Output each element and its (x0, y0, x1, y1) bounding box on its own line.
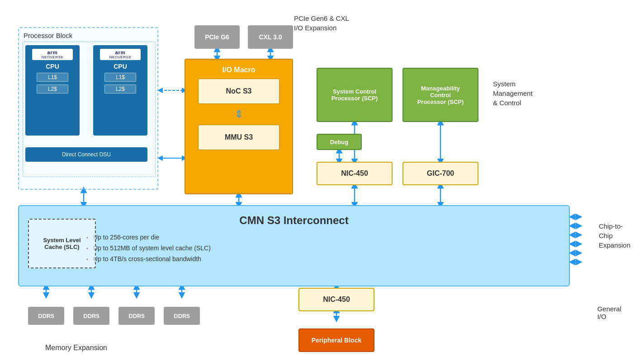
noc-box: NoC S3 (198, 79, 279, 104)
l1-cache-left: L1$ (37, 73, 68, 82)
cmn-title: CMN S3 Interconnect (30, 214, 558, 227)
neoverse-right: NEOVERSE (109, 55, 131, 59)
l2-cache-left: L2$ (37, 84, 68, 94)
arm-logo-right: arm NEOVERSE (100, 49, 141, 60)
cmn-bullet-1: Up to 256-cores per die (93, 232, 558, 243)
neoverse-left: NEOVERSE (42, 55, 63, 59)
processor-block-label: Processor Block (24, 32, 72, 39)
cpu-label-left: CPU (46, 63, 59, 70)
cpu-left: arm NEOVERSE CPU L1$ L2$ (25, 45, 80, 136)
gic700-box: GIC-700 (402, 162, 478, 185)
ddr5-box-1: DDR5 (28, 307, 64, 325)
io-macro-box: I/O Macro NoC S3 ⇕ MMU S3 (185, 59, 293, 194)
cpu-label-right: CPU (114, 63, 127, 70)
cmn-bullet-3: Up to 4TB/s cross-sectional bandwidth (93, 254, 558, 265)
pcie-gen-label: PCIe Gen6 & CXL I/O Expansion (294, 14, 349, 33)
processor-block: Processor Block arm NEOVERSE CPU L1$ L2$… (18, 27, 158, 190)
scp-box: System Control Processor (SCP) (317, 68, 393, 122)
nic450-upper: NIC-450 (317, 162, 393, 185)
mmu-box: MMU S3 (198, 125, 279, 150)
chip-chip-label: Chip-to- Chip Expansion (599, 221, 630, 250)
nic450-lower: NIC-450 (298, 288, 374, 311)
arm-logo-left: arm NEOVERSE (32, 49, 73, 60)
cmn-bullet-2: Up to 512MB of system level cache (SLC) (93, 243, 558, 254)
memory-expansion-label: Memory Expansion (45, 344, 107, 352)
l1-cache-right: L1$ (104, 73, 136, 82)
ddr5-box-2: DDR5 (73, 307, 109, 325)
sys-mgmt-label: System Management & Control (493, 79, 533, 108)
arm-brand-right: arm (115, 50, 125, 55)
pcie-box: PCIe G6 (194, 25, 240, 49)
mcp-label: Manageability Control Processor (SCP) (417, 85, 464, 105)
cpu-right: arm NEOVERSE CPU L1$ L2$ (93, 45, 147, 136)
noc-mmu-arrow: ⇕ (235, 108, 243, 120)
io-macro-title: I/O Macro (223, 66, 256, 74)
general-io-label: General I/O (597, 305, 621, 320)
cmn-box: CMN S3 Interconnect Up to 256-cores per … (18, 205, 570, 286)
cmn-bullets: Up to 256-cores per die Up to 512MB of s… (93, 232, 558, 264)
mcp-box: Manageability Control Processor (SCP) (402, 68, 478, 122)
dsu-box: Direct Connect DSU (25, 147, 147, 162)
diagram: Processor Block arm NEOVERSE CPU L1$ L2$… (0, 0, 644, 361)
peripheral-box: Peripheral Block (298, 328, 374, 352)
slc-box: System Level Cache (SLC) (28, 219, 96, 268)
ddr5-box-3: DDR5 (118, 307, 155, 325)
slc-label: System Level Cache (SLC) (43, 237, 80, 250)
cxl-box: CXL 3.0 (248, 25, 293, 49)
ddr5-box-4: DDR5 (164, 307, 200, 325)
scp-label: System Control Processor (SCP) (331, 88, 378, 102)
arm-brand-left: arm (47, 50, 57, 55)
l2-cache-right: L2$ (104, 84, 136, 94)
debug-box: Debug (317, 134, 362, 150)
